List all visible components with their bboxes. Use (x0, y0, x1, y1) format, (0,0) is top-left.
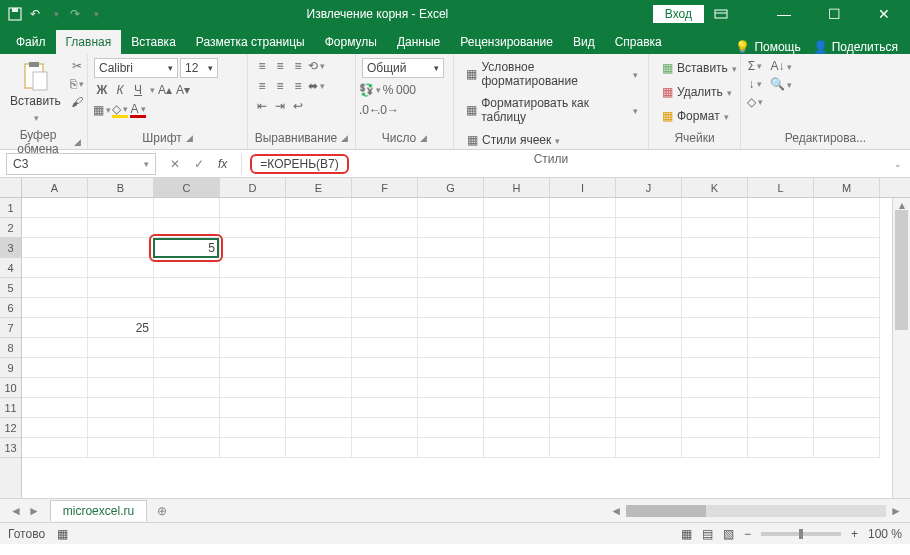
cell-G3[interactable] (418, 238, 484, 258)
cell-E7[interactable] (286, 318, 352, 338)
tab-home[interactable]: Главная (56, 30, 122, 54)
cell-I3[interactable] (550, 238, 616, 258)
ribbon-display-icon[interactable] (714, 7, 754, 21)
cell-J6[interactable] (616, 298, 682, 318)
percent-icon[interactable]: % (380, 82, 396, 98)
increase-decimal-icon[interactable]: .0← (362, 102, 378, 118)
cell-E5[interactable] (286, 278, 352, 298)
col-header-B[interactable]: B (88, 178, 154, 197)
cell-C12[interactable] (154, 418, 220, 438)
cell-K10[interactable] (682, 378, 748, 398)
cell-H1[interactable] (484, 198, 550, 218)
close-button[interactable]: ✕ (864, 6, 904, 22)
row-header-10[interactable]: 10 (0, 378, 21, 398)
horizontal-scrollbar[interactable]: ◄ ► (177, 504, 910, 518)
share-button[interactable]: 👤Поделиться (813, 40, 898, 54)
cell-J7[interactable] (616, 318, 682, 338)
cell-C8[interactable] (154, 338, 220, 358)
cell-M10[interactable] (814, 378, 880, 398)
cell-L4[interactable] (748, 258, 814, 278)
cell-E13[interactable] (286, 438, 352, 458)
row-header-6[interactable]: 6 (0, 298, 21, 318)
find-select-icon[interactable]: 🔍 (773, 76, 789, 92)
paste-button[interactable]: Вставить (6, 58, 65, 126)
increase-indent-icon[interactable]: ⇥ (272, 98, 288, 114)
cell-I12[interactable] (550, 418, 616, 438)
col-header-K[interactable]: K (682, 178, 748, 197)
cell-I7[interactable] (550, 318, 616, 338)
expand-formula-bar-icon[interactable]: ⌄ (886, 159, 910, 169)
cell-K13[interactable] (682, 438, 748, 458)
cells-grid[interactable]: 525 (22, 198, 892, 498)
shrink-font-icon[interactable]: A▾ (175, 82, 191, 98)
align-left-icon[interactable]: ≡ (254, 78, 270, 94)
cell-G6[interactable] (418, 298, 484, 318)
cell-A7[interactable] (22, 318, 88, 338)
zoom-in-icon[interactable]: + (851, 527, 858, 541)
border-button[interactable]: ▦ (94, 102, 110, 118)
cell-B10[interactable] (88, 378, 154, 398)
wrap-text-icon[interactable]: ↩ (290, 98, 306, 114)
fx-icon[interactable]: fx (218, 157, 227, 171)
row-header-2[interactable]: 2 (0, 218, 21, 238)
cell-D4[interactable] (220, 258, 286, 278)
cell-K1[interactable] (682, 198, 748, 218)
cell-H11[interactable] (484, 398, 550, 418)
cell-C1[interactable] (154, 198, 220, 218)
cell-E6[interactable] (286, 298, 352, 318)
cell-K2[interactable] (682, 218, 748, 238)
row-header-1[interactable]: 1 (0, 198, 21, 218)
cell-A1[interactable] (22, 198, 88, 218)
sheet-nav-prev-icon[interactable]: ◄ (10, 504, 22, 518)
clear-icon[interactable]: ◇ (747, 94, 763, 110)
cell-F2[interactable] (352, 218, 418, 238)
conditional-formatting-button[interactable]: ▦Условное форматирование (460, 58, 642, 90)
row-header-4[interactable]: 4 (0, 258, 21, 278)
undo-icon[interactable]: ↶ (28, 7, 42, 21)
row-header-8[interactable]: 8 (0, 338, 21, 358)
copy-icon[interactable]: ⎘ (69, 76, 85, 92)
cell-K7[interactable] (682, 318, 748, 338)
cell-J2[interactable] (616, 218, 682, 238)
align-middle-icon[interactable]: ≡ (272, 58, 288, 74)
cell-D10[interactable] (220, 378, 286, 398)
cell-D5[interactable] (220, 278, 286, 298)
cell-H7[interactable] (484, 318, 550, 338)
cell-E3[interactable] (286, 238, 352, 258)
cell-D1[interactable] (220, 198, 286, 218)
cell-K5[interactable] (682, 278, 748, 298)
cell-C3[interactable]: 5 (154, 238, 220, 258)
sort-filter-icon[interactable]: A↓ (773, 58, 789, 74)
cell-H8[interactable] (484, 338, 550, 358)
cell-F7[interactable] (352, 318, 418, 338)
cell-A6[interactable] (22, 298, 88, 318)
cell-E10[interactable] (286, 378, 352, 398)
sheet-nav-next-icon[interactable]: ► (28, 504, 40, 518)
cell-L8[interactable] (748, 338, 814, 358)
cell-F4[interactable] (352, 258, 418, 278)
cell-H5[interactable] (484, 278, 550, 298)
bold-button[interactable]: Ж (94, 82, 110, 98)
cell-A4[interactable] (22, 258, 88, 278)
cell-E4[interactable] (286, 258, 352, 278)
decrease-decimal-icon[interactable]: .0→ (380, 102, 396, 118)
cell-K12[interactable] (682, 418, 748, 438)
cell-L9[interactable] (748, 358, 814, 378)
view-normal-icon[interactable]: ▦ (681, 527, 692, 541)
cell-B1[interactable] (88, 198, 154, 218)
cell-B12[interactable] (88, 418, 154, 438)
cell-M1[interactable] (814, 198, 880, 218)
fill-icon[interactable]: ↓ (747, 76, 763, 92)
new-sheet-icon[interactable]: ⊕ (147, 504, 177, 518)
cell-D8[interactable] (220, 338, 286, 358)
qat-customize-icon[interactable] (88, 7, 102, 21)
cell-L10[interactable] (748, 378, 814, 398)
cell-C4[interactable] (154, 258, 220, 278)
col-header-C[interactable]: C (154, 178, 220, 197)
tab-insert[interactable]: Вставка (121, 30, 186, 54)
underline-menu-icon[interactable] (148, 82, 155, 98)
minimize-button[interactable]: — (764, 6, 804, 22)
cell-C9[interactable] (154, 358, 220, 378)
cell-K6[interactable] (682, 298, 748, 318)
cancel-formula-icon[interactable]: ✕ (170, 157, 180, 171)
